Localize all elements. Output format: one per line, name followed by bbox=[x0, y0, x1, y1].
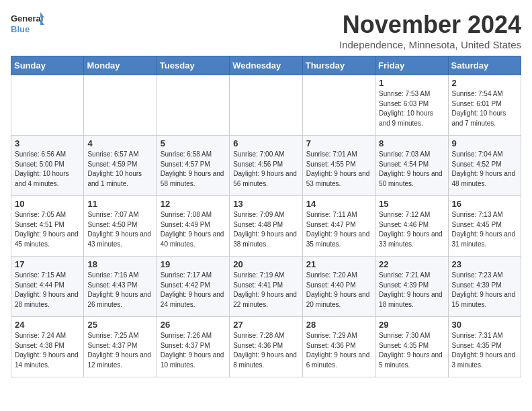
day-number: 25 bbox=[87, 320, 152, 330]
day-number: 18 bbox=[87, 259, 152, 269]
day-cell: 16Sunrise: 7:13 AMSunset: 4:45 PMDayligh… bbox=[448, 196, 521, 257]
day-info: Sunrise: 7:25 AMSunset: 4:37 PMDaylight:… bbox=[87, 331, 152, 370]
day-info: Sunrise: 7:23 AMSunset: 4:39 PMDaylight:… bbox=[452, 271, 517, 310]
day-info: Sunrise: 7:15 AMSunset: 4:44 PMDaylight:… bbox=[15, 271, 80, 310]
day-info: Sunrise: 7:12 AMSunset: 4:46 PMDaylight:… bbox=[379, 210, 444, 249]
logo-svg: General Blue bbox=[11, 11, 44, 38]
svg-text:Blue: Blue bbox=[11, 24, 30, 34]
day-info: Sunrise: 7:54 AMSunset: 6:01 PMDaylight:… bbox=[452, 89, 517, 128]
day-info: Sunrise: 7:08 AMSunset: 4:49 PMDaylight:… bbox=[161, 210, 226, 249]
location: Independence, Minnesota, United States bbox=[339, 39, 521, 50]
day-cell: 24Sunrise: 7:24 AMSunset: 4:38 PMDayligh… bbox=[11, 317, 84, 377]
day-number: 11 bbox=[87, 199, 152, 209]
day-number: 7 bbox=[306, 138, 371, 148]
day-number: 4 bbox=[87, 138, 152, 148]
day-cell: 19Sunrise: 7:17 AMSunset: 4:42 PMDayligh… bbox=[157, 257, 229, 317]
day-info: Sunrise: 7:16 AMSunset: 4:43 PMDaylight:… bbox=[87, 271, 152, 310]
day-cell: 7Sunrise: 7:01 AMSunset: 4:55 PMDaylight… bbox=[302, 136, 375, 196]
day-cell: 10Sunrise: 7:05 AMSunset: 4:51 PMDayligh… bbox=[11, 196, 84, 257]
day-number: 17 bbox=[15, 259, 80, 269]
day-cell: 3Sunrise: 6:56 AMSunset: 5:00 PMDaylight… bbox=[11, 136, 84, 196]
calendar-table: SundayMondayTuesdayWednesdayThursdayFrid… bbox=[11, 56, 521, 377]
day-info: Sunrise: 7:11 AMSunset: 4:47 PMDaylight:… bbox=[306, 210, 371, 249]
day-cell: 14Sunrise: 7:11 AMSunset: 4:47 PMDayligh… bbox=[302, 196, 375, 257]
col-header-thursday: Thursday bbox=[302, 56, 375, 75]
title-area: November 2024 Independence, Minnesota, U… bbox=[339, 11, 521, 50]
day-number: 6 bbox=[233, 138, 298, 148]
day-info: Sunrise: 7:21 AMSunset: 4:39 PMDaylight:… bbox=[379, 271, 444, 310]
day-number: 2 bbox=[452, 78, 517, 88]
day-number: 26 bbox=[161, 320, 226, 330]
day-cell: 12Sunrise: 7:08 AMSunset: 4:49 PMDayligh… bbox=[157, 196, 229, 257]
day-number: 21 bbox=[306, 259, 371, 269]
day-cell: 8Sunrise: 7:03 AMSunset: 4:54 PMDaylight… bbox=[375, 136, 448, 196]
day-info: Sunrise: 6:58 AMSunset: 4:57 PMDaylight:… bbox=[161, 150, 226, 189]
day-cell: 23Sunrise: 7:23 AMSunset: 4:39 PMDayligh… bbox=[448, 257, 521, 317]
day-cell: 13Sunrise: 7:09 AMSunset: 4:48 PMDayligh… bbox=[230, 196, 302, 257]
day-cell: 11Sunrise: 7:07 AMSunset: 4:50 PMDayligh… bbox=[84, 196, 157, 257]
day-cell: 4Sunrise: 6:57 AMSunset: 4:59 PMDaylight… bbox=[84, 136, 157, 196]
day-info: Sunrise: 7:04 AMSunset: 4:52 PMDaylight:… bbox=[452, 150, 517, 189]
day-cell: 18Sunrise: 7:16 AMSunset: 4:43 PMDayligh… bbox=[84, 257, 157, 317]
day-cell: 5Sunrise: 6:58 AMSunset: 4:57 PMDaylight… bbox=[157, 136, 229, 196]
day-number: 1 bbox=[379, 78, 444, 88]
month-title: November 2024 bbox=[339, 11, 521, 39]
day-info: Sunrise: 7:29 AMSunset: 4:36 PMDaylight:… bbox=[306, 331, 371, 370]
week-row-5: 24Sunrise: 7:24 AMSunset: 4:38 PMDayligh… bbox=[11, 317, 521, 377]
col-header-wednesday: Wednesday bbox=[230, 56, 302, 75]
day-info: Sunrise: 6:57 AMSunset: 4:59 PMDaylight:… bbox=[87, 150, 152, 189]
day-number: 16 bbox=[452, 199, 517, 209]
day-cell: 15Sunrise: 7:12 AMSunset: 4:46 PMDayligh… bbox=[375, 196, 448, 257]
day-cell bbox=[230, 75, 302, 136]
day-info: Sunrise: 7:24 AMSunset: 4:38 PMDaylight:… bbox=[15, 331, 80, 370]
day-info: Sunrise: 7:31 AMSunset: 4:35 PMDaylight:… bbox=[452, 331, 517, 370]
day-cell: 6Sunrise: 7:00 AMSunset: 4:56 PMDaylight… bbox=[230, 136, 302, 196]
day-cell: 25Sunrise: 7:25 AMSunset: 4:37 PMDayligh… bbox=[84, 317, 157, 377]
day-info: Sunrise: 7:53 AMSunset: 6:03 PMDaylight:… bbox=[379, 89, 444, 128]
day-number: 8 bbox=[379, 138, 444, 148]
day-cell: 28Sunrise: 7:29 AMSunset: 4:36 PMDayligh… bbox=[302, 317, 375, 377]
day-info: Sunrise: 6:56 AMSunset: 5:00 PMDaylight:… bbox=[15, 150, 80, 189]
day-number: 15 bbox=[379, 199, 444, 209]
day-cell: 1Sunrise: 7:53 AMSunset: 6:03 PMDaylight… bbox=[375, 75, 448, 136]
day-cell: 26Sunrise: 7:26 AMSunset: 4:37 PMDayligh… bbox=[157, 317, 229, 377]
day-number: 10 bbox=[15, 199, 80, 209]
day-cell bbox=[302, 75, 375, 136]
week-row-2: 3Sunrise: 6:56 AMSunset: 5:00 PMDaylight… bbox=[11, 136, 521, 196]
day-cell bbox=[84, 75, 157, 136]
day-number: 14 bbox=[306, 199, 371, 209]
day-number: 24 bbox=[15, 320, 80, 330]
day-number: 5 bbox=[161, 138, 226, 148]
day-info: Sunrise: 7:13 AMSunset: 4:45 PMDaylight:… bbox=[452, 210, 517, 249]
col-header-tuesday: Tuesday bbox=[157, 56, 229, 75]
day-info: Sunrise: 7:07 AMSunset: 4:50 PMDaylight:… bbox=[87, 210, 152, 249]
day-number: 13 bbox=[233, 199, 298, 209]
day-info: Sunrise: 7:17 AMSunset: 4:42 PMDaylight:… bbox=[161, 271, 226, 310]
col-header-friday: Friday bbox=[375, 56, 448, 75]
day-info: Sunrise: 7:28 AMSunset: 4:36 PMDaylight:… bbox=[233, 331, 298, 370]
day-info: Sunrise: 7:01 AMSunset: 4:55 PMDaylight:… bbox=[306, 150, 371, 189]
day-number: 22 bbox=[379, 259, 444, 269]
day-number: 9 bbox=[452, 138, 517, 148]
day-number: 23 bbox=[452, 259, 517, 269]
header: General Blue November 2024 Independence,… bbox=[11, 11, 521, 50]
week-row-1: 1Sunrise: 7:53 AMSunset: 6:03 PMDaylight… bbox=[11, 75, 521, 136]
day-number: 3 bbox=[15, 138, 80, 148]
day-cell bbox=[157, 75, 229, 136]
week-row-3: 10Sunrise: 7:05 AMSunset: 4:51 PMDayligh… bbox=[11, 196, 521, 257]
logo: General Blue bbox=[11, 11, 44, 38]
day-info: Sunrise: 7:05 AMSunset: 4:51 PMDaylight:… bbox=[15, 210, 80, 249]
day-cell bbox=[11, 75, 84, 136]
col-header-sunday: Sunday bbox=[11, 56, 84, 75]
col-header-saturday: Saturday bbox=[448, 56, 521, 75]
day-info: Sunrise: 7:20 AMSunset: 4:40 PMDaylight:… bbox=[306, 271, 371, 310]
day-cell: 27Sunrise: 7:28 AMSunset: 4:36 PMDayligh… bbox=[230, 317, 302, 377]
day-cell: 21Sunrise: 7:20 AMSunset: 4:40 PMDayligh… bbox=[302, 257, 375, 317]
week-row-4: 17Sunrise: 7:15 AMSunset: 4:44 PMDayligh… bbox=[11, 257, 521, 317]
col-header-monday: Monday bbox=[84, 56, 157, 75]
day-cell: 30Sunrise: 7:31 AMSunset: 4:35 PMDayligh… bbox=[448, 317, 521, 377]
day-cell: 22Sunrise: 7:21 AMSunset: 4:39 PMDayligh… bbox=[375, 257, 448, 317]
day-info: Sunrise: 7:30 AMSunset: 4:35 PMDaylight:… bbox=[379, 331, 444, 370]
day-info: Sunrise: 7:26 AMSunset: 4:37 PMDaylight:… bbox=[161, 331, 226, 370]
day-info: Sunrise: 7:19 AMSunset: 4:41 PMDaylight:… bbox=[233, 271, 298, 310]
